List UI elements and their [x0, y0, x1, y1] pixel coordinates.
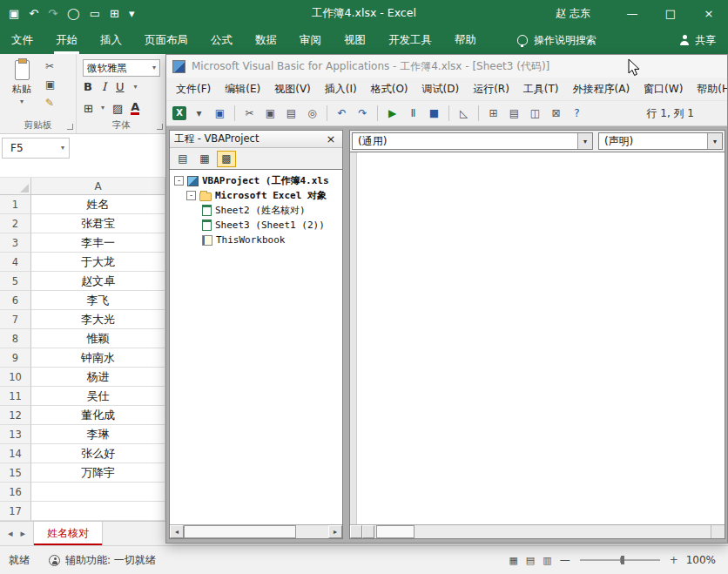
- zoom-slider[interactable]: [580, 559, 660, 561]
- cell[interactable]: [31, 483, 165, 502]
- circle-icon[interactable]: ◯: [67, 8, 80, 19]
- vba-menu-addins[interactable]: 外接程序(A): [566, 78, 637, 100]
- chevron-down-icon[interactable]: ▾: [134, 84, 138, 91]
- tell-me-search[interactable]: 操作说明搜索: [517, 26, 597, 54]
- borders-icon[interactable]: ⊞: [84, 103, 93, 114]
- row-header[interactable]: 13: [0, 425, 31, 444]
- zoom-level[interactable]: 100%: [686, 554, 716, 566]
- save-icon[interactable]: ▣: [212, 105, 228, 122]
- view-code-icon[interactable]: ▤: [173, 151, 192, 167]
- row-header[interactable]: 10: [0, 368, 31, 387]
- tree-item-sheet3[interactable]: Sheet3 (Sheet1 (2)): [170, 218, 342, 233]
- tab-view[interactable]: 视图: [333, 26, 377, 54]
- paste-icon[interactable]: ▤: [283, 105, 300, 122]
- tree-item-vbaproject[interactable]: - VBAProject (工作簿4.xls: [170, 173, 342, 188]
- tree-item-sheet2[interactable]: Sheet2 (姓名核对): [170, 203, 342, 218]
- normal-view-icon[interactable]: ▦: [509, 556, 517, 565]
- draw-monitor-icon[interactable]: ▭: [90, 8, 100, 19]
- design-mode-icon[interactable]: ◺: [455, 105, 472, 122]
- cell[interactable]: 李飞: [31, 291, 165, 310]
- cut-icon[interactable]: ✂: [241, 105, 258, 122]
- row-header[interactable]: 16: [0, 483, 31, 502]
- sheet-next-icon[interactable]: ▸: [21, 529, 26, 538]
- chevron-down-icon[interactable]: ▾: [191, 105, 207, 122]
- pause-icon[interactable]: Ⅱ: [405, 105, 421, 122]
- cut-icon[interactable]: ✂: [45, 61, 55, 71]
- sheet-tab-active[interactable]: 姓名核对: [33, 522, 103, 545]
- cell[interactable]: 李大光: [31, 310, 165, 329]
- code-horizontal-scrollbar[interactable]: [350, 524, 725, 538]
- vba-menu-debug[interactable]: 调试(D): [415, 78, 467, 100]
- vba-titlebar[interactable]: Microsoft Visual Basic for Applications …: [166, 55, 727, 78]
- cell[interactable]: 钟南水: [31, 348, 165, 368]
- tab-review[interactable]: 审阅: [288, 26, 333, 54]
- font-color-icon[interactable]: A: [131, 101, 139, 115]
- tab-formulas[interactable]: 公式: [199, 26, 244, 54]
- chevron-down-icon[interactable]: ▾: [101, 105, 104, 111]
- cell[interactable]: 董化成: [31, 406, 165, 425]
- bold-button[interactable]: B: [84, 81, 92, 92]
- tab-insert[interactable]: 插入: [89, 26, 133, 54]
- chevron-down-icon[interactable]: ▾: [129, 8, 135, 19]
- zoom-out-button[interactable]: —: [560, 554, 570, 566]
- run-icon[interactable]: ▶: [384, 105, 401, 122]
- save-icon[interactable]: ▣: [9, 8, 19, 19]
- tab-data[interactable]: 数据: [244, 26, 288, 54]
- row-header[interactable]: 2: [0, 214, 31, 233]
- share-button[interactable]: 共享: [679, 26, 716, 54]
- dialog-launcher-icon[interactable]: [67, 124, 73, 130]
- project-explorer-icon[interactable]: ⊞: [485, 105, 502, 122]
- collapse-icon[interactable]: -: [174, 176, 184, 186]
- cell[interactable]: [31, 502, 165, 521]
- scrollbar-thumb[interactable]: [184, 525, 296, 538]
- tab-help[interactable]: 帮助: [443, 26, 488, 54]
- code-text-area[interactable]: [357, 152, 725, 524]
- redo-icon[interactable]: ↷: [48, 8, 57, 19]
- page-break-view-icon[interactable]: ▥: [543, 556, 551, 565]
- zoom-slider-thumb[interactable]: [621, 556, 624, 564]
- vba-menu-format[interactable]: 格式(O): [364, 78, 415, 100]
- fill-color-icon[interactable]: ▨: [112, 103, 123, 114]
- cell[interactable]: 于大龙: [31, 253, 165, 272]
- cell[interactable]: 杨进: [31, 368, 165, 387]
- tree-item-excel-objects[interactable]: - Microsoft Excel 对象: [170, 188, 342, 203]
- scroll-left-icon[interactable]: ◂: [170, 525, 184, 538]
- cell[interactable]: 李琳: [31, 425, 165, 444]
- help-icon[interactable]: ?: [569, 105, 585, 122]
- properties-window-icon[interactable]: ▤: [506, 105, 522, 122]
- copy-icon[interactable]: ▣: [45, 79, 55, 90]
- object-browser-icon[interactable]: ◫: [527, 105, 543, 122]
- vba-menu-window[interactable]: 窗口(W): [637, 78, 690, 100]
- cell[interactable]: 赵文卓: [31, 272, 165, 291]
- object-dropdown[interactable]: (通用) ▾: [352, 132, 593, 150]
- row-header[interactable]: 12: [0, 406, 31, 425]
- minimize-button[interactable]: —: [613, 0, 651, 26]
- vba-menu-tools[interactable]: 工具(T): [516, 78, 566, 100]
- procedure-view-icon[interactable]: [362, 525, 374, 538]
- row-header[interactable]: 6: [0, 291, 31, 310]
- italic-button[interactable]: I: [102, 81, 106, 92]
- chevron-down-icon[interactable]: ▾: [707, 133, 722, 149]
- scrollbar-thumb[interactable]: [376, 525, 415, 538]
- vba-menu-view[interactable]: 视图(V): [267, 78, 318, 100]
- sheet-prev-icon[interactable]: ◂: [8, 529, 13, 538]
- tab-page-layout[interactable]: 页面布局: [133, 26, 199, 54]
- row-header[interactable]: 15: [0, 463, 31, 483]
- zoom-in-button[interactable]: +: [670, 554, 678, 566]
- cell[interactable]: 万降宇: [31, 463, 165, 483]
- column-header-a[interactable]: A: [31, 178, 165, 195]
- tab-home[interactable]: 开始: [44, 26, 89, 54]
- excel-icon[interactable]: X: [172, 106, 186, 120]
- vba-menu-help[interactable]: 帮助(H): [690, 78, 727, 100]
- toolbox-icon[interactable]: ⊠: [548, 105, 564, 122]
- tab-file[interactable]: 文件: [0, 26, 44, 54]
- row-header[interactable]: 11: [0, 387, 31, 406]
- row-header[interactable]: 14: [0, 444, 31, 463]
- cell[interactable]: 惟颖: [31, 329, 165, 348]
- redo-icon[interactable]: ↷: [354, 105, 371, 122]
- collapse-icon[interactable]: -: [186, 191, 196, 200]
- underline-button[interactable]: U: [116, 81, 125, 92]
- name-box[interactable]: F5 ▾: [2, 138, 70, 159]
- row-header[interactable]: 3: [0, 233, 31, 253]
- split-handle-icon[interactable]: [350, 525, 362, 538]
